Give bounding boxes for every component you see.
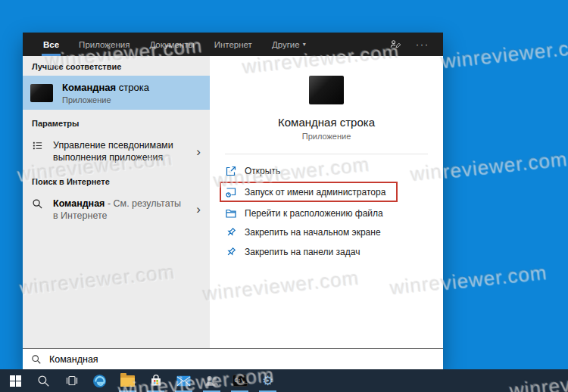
people-icon	[204, 375, 219, 387]
chevron-down-icon: ▾	[303, 41, 306, 48]
result-command-prompt[interactable]: Командная строка Приложение	[23, 76, 210, 110]
preview-app-title: Командная строка	[210, 116, 443, 129]
tab-apps-label: Приложения	[79, 40, 130, 49]
action-open-file-location[interactable]: Перейти к расположению файла	[225, 204, 443, 222]
result-title-rest: строка	[116, 82, 149, 93]
results-list: Лучшее соответствие Командная строка При…	[23, 56, 210, 348]
file-explorer-button[interactable]	[114, 369, 142, 392]
result-title: Командная строка	[62, 82, 149, 93]
result-app-aliases[interactable]: Управление псевдонимами выполнения прило…	[23, 132, 210, 171]
settings-section-label: Параметры	[23, 110, 210, 132]
settings-gear-icon: ⚙	[262, 375, 273, 387]
action-label: Закрепить на панели задач	[245, 247, 360, 257]
search-filter-tabs: Все Приложения Документы Интернет Другие…	[23, 33, 443, 56]
task-view-button[interactable]	[58, 369, 86, 392]
feedback-icon[interactable]	[389, 39, 401, 50]
action-label: Запуск от имени администратора	[245, 187, 385, 198]
preview-app-subtitle: Приложение	[210, 132, 443, 141]
mail-icon	[176, 375, 191, 387]
windows-logo-icon	[10, 375, 21, 387]
web-query-bold: Командная	[53, 198, 105, 209]
mail-button[interactable]	[170, 369, 198, 392]
action-pin-to-taskbar[interactable]: Закрепить на панели задач	[225, 242, 443, 261]
result-title-bold: Командная	[62, 82, 116, 93]
pin-icon	[225, 226, 237, 238]
run-as-admin-icon	[225, 186, 237, 198]
start-button[interactable]	[2, 369, 30, 392]
people-button[interactable]	[198, 369, 226, 392]
action-open[interactable]: Открыть	[225, 161, 443, 180]
edge-button[interactable]	[86, 369, 114, 392]
task-view-icon	[65, 374, 79, 387]
store-button[interactable]	[142, 369, 170, 392]
tab-documents[interactable]: Документы	[139, 33, 204, 56]
tab-apps[interactable]: Приложения	[69, 33, 139, 56]
tab-documents-label: Документы	[149, 40, 194, 49]
action-run-as-administrator[interactable]: Запуск от имени администратора	[225, 183, 385, 201]
tab-more-label: Другие	[272, 40, 300, 49]
command-prompt-window-icon	[30, 84, 53, 102]
edge-icon	[92, 374, 107, 388]
file-explorer-icon	[120, 375, 135, 387]
result-label: Командная - См. результаты в Интернете	[53, 198, 183, 222]
action-label: Закрепить на начальном экране	[245, 227, 381, 238]
action-pin-to-start[interactable]: Закрепить на начальном экране	[225, 222, 443, 241]
result-subtitle: Приложение	[62, 95, 149, 104]
command-prompt-icon: C:\_	[233, 375, 248, 387]
search-icon	[37, 375, 50, 387]
command-prompt-button[interactable]: C:\_	[226, 369, 254, 392]
action-list: Открыть Запуск от имени администратора	[210, 161, 443, 261]
action-label: Перейти к расположению файла	[245, 208, 383, 219]
action-label: Открыть	[245, 166, 280, 176]
web-search-section-label: Поиск в Интернете	[23, 171, 210, 191]
result-label: Управление псевдонимами выполнения прило…	[53, 139, 183, 164]
chevron-right-icon: ›	[196, 145, 204, 158]
taskbar: C:\_ ⚙	[0, 369, 568, 392]
list-settings-icon	[32, 140, 43, 151]
chevron-right-icon: ›	[196, 203, 204, 216]
command-prompt-window-icon	[309, 76, 344, 104]
tab-web-label: Интернет	[214, 40, 252, 49]
taskbar-search-button[interactable]	[30, 369, 58, 392]
search-input[interactable]	[49, 354, 443, 365]
result-web-search[interactable]: Командная - См. результаты в Интернете ›	[23, 191, 210, 229]
preview-pane: Командная строка Приложение Открыть	[210, 56, 443, 348]
tab-all[interactable]: Все	[33, 33, 69, 56]
open-icon	[225, 165, 237, 177]
annotation-highlight-box: Запуск от имени администратора	[220, 182, 398, 202]
more-options-icon[interactable]: ···	[416, 39, 429, 50]
pin-icon	[225, 246, 237, 258]
file-location-icon	[225, 207, 237, 219]
settings-button[interactable]: ⚙	[254, 369, 282, 392]
divider	[225, 154, 428, 154]
tab-more[interactable]: Другие ▾	[262, 33, 316, 56]
tab-all-label: Все	[43, 40, 59, 49]
search-icon	[31, 354, 42, 365]
store-icon	[149, 374, 163, 387]
search-box[interactable]	[23, 348, 443, 369]
search-icon	[32, 198, 43, 210]
best-match-section-label: Лучшее соответствие	[23, 56, 210, 76]
tab-web[interactable]: Интернет	[204, 33, 262, 56]
watermark: winreviewer.com	[440, 33, 568, 73]
search-flyout: Все Приложения Документы Интернет Другие…	[23, 33, 443, 369]
